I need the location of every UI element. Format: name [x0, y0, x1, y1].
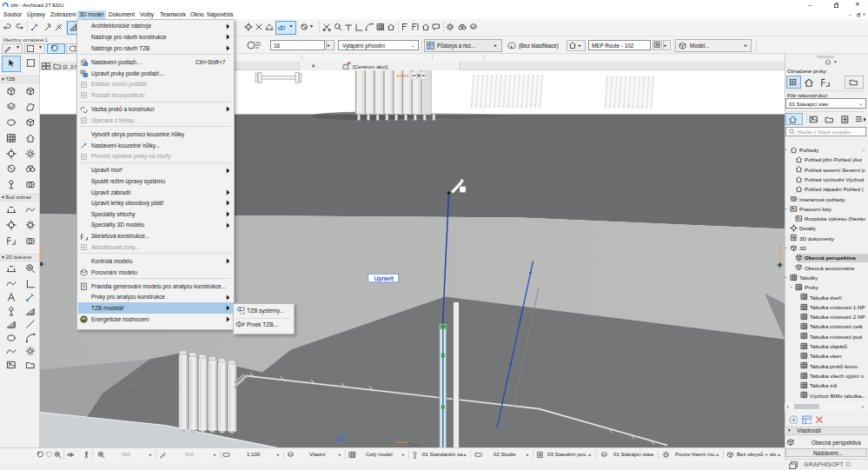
svg-text:Upravit: Upravit	[374, 275, 394, 281]
